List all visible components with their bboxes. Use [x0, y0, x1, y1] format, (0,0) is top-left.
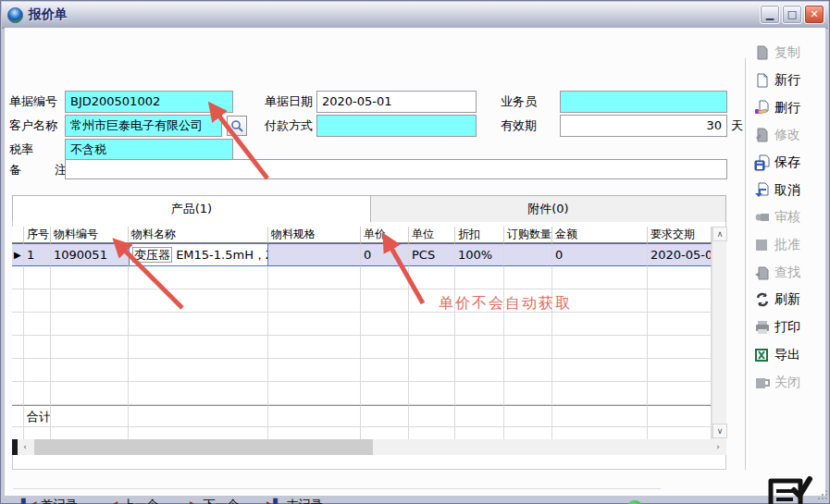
find-label: 查找 [774, 264, 800, 281]
col-due: 要求交期 [648, 227, 712, 243]
export-button[interactable]: 导出 [754, 344, 828, 366]
grid-cell [648, 427, 712, 439]
grid-cell [648, 405, 712, 427]
row-indicator: ▶ [12, 243, 24, 266]
find-button[interactable]: 查找 [754, 262, 828, 284]
close-form-button[interactable]: 关闭 [754, 372, 828, 394]
cell-amount[interactable]: 0 [552, 243, 648, 266]
customer-search-button[interactable] [227, 116, 247, 136]
grid-cell [648, 313, 712, 336]
grid-cell [12, 382, 24, 405]
grid-cell [504, 313, 552, 336]
export-excel-icon [754, 347, 771, 363]
cell-name-editor[interactable]: 变压器 EM15-1.5mH，ZB-H [129, 243, 268, 266]
save-button[interactable]: 保存 [754, 152, 828, 174]
cell-code[interactable]: 1090051 [51, 243, 129, 266]
grid-cell [409, 405, 455, 427]
scroll-right-button[interactable]: › [711, 439, 725, 454]
delete-row-button[interactable]: 删行 [754, 97, 828, 119]
nav-next-button[interactable]: ▶ 下一个 [190, 496, 239, 504]
grid-cell [268, 313, 361, 336]
grid-cell [455, 405, 504, 427]
resize-grip[interactable] [816, 490, 827, 501]
col-indicator [12, 227, 24, 243]
new-row-label: 新行 [774, 72, 800, 89]
cell-discount[interactable]: 100% [455, 243, 504, 266]
new-row-button[interactable]: 新行 [754, 69, 828, 92]
close-button[interactable]: ✕ [804, 5, 824, 24]
doc-no-field[interactable]: BJD200501002 [65, 91, 233, 113]
cell-price[interactable]: 0 [361, 243, 409, 266]
audit-button[interactable]: 审核 [754, 206, 828, 228]
grid-empty-row [12, 427, 712, 439]
refresh-button[interactable]: 刷新 [754, 289, 828, 311]
grid-cell [455, 359, 504, 382]
save-label: 保存 [774, 154, 800, 171]
tab-products[interactable]: 产品(1) [12, 195, 371, 223]
validity-field[interactable]: 30 [560, 115, 727, 137]
quotation-window: 报价单 ▁ □ ✕ 单据编号 BJD200501002 单据日期 2020-05… [0, 0, 830, 504]
cancel-label: 取消 [774, 182, 800, 199]
grid-cell [51, 405, 129, 427]
grid-cell [51, 266, 129, 289]
salesman-field[interactable] [560, 91, 727, 113]
copy-label: 复制 [774, 44, 800, 61]
delete-row-label: 删行 [774, 100, 800, 117]
cell-qty[interactable] [504, 243, 552, 266]
customer-field[interactable]: 常州市巨泰电子有限公司 [65, 115, 222, 137]
grid-cell [51, 427, 129, 439]
doc-date-field[interactable]: 2020-05-01 [316, 91, 477, 113]
scroll-up-button[interactable]: ∧ [712, 227, 727, 241]
grid-cell [552, 405, 648, 427]
total-label: 合计 [24, 405, 51, 427]
tax-label: 税率 [9, 139, 33, 161]
grid-cell [409, 266, 455, 289]
col-name: 物料名称 [129, 227, 268, 243]
tab-attachments[interactable]: 附件(0) [371, 195, 726, 223]
horizontal-scrollbar[interactable]: ‹ › [12, 439, 726, 455]
prev-record-icon: ◀ [109, 498, 116, 504]
grid-cell [455, 382, 504, 405]
cell-due[interactable]: 2020-05-01 [648, 243, 712, 266]
copy-button[interactable]: 复制 [754, 42, 828, 64]
nav-prev-button[interactable]: ◀ 上一个 [109, 496, 158, 504]
grid-empty-row [12, 289, 712, 313]
grid-cell [51, 336, 129, 359]
scroll-down-button[interactable]: ∨ [712, 424, 727, 438]
window-title: 报价单 [29, 6, 68, 23]
modify-button[interactable]: 修改 [754, 124, 828, 146]
modify-label: 修改 [774, 127, 800, 143]
doc-date-label: 单据日期 [265, 91, 313, 113]
grid-cell [268, 336, 361, 359]
hscroll-thumb[interactable] [34, 439, 373, 455]
title-bar: 报价单 ▁ □ ✕ [2, 2, 828, 29]
print-label: 打印 [774, 319, 800, 336]
content-area: 单据编号 BJD200501002 单据日期 2020-05-01 业务员 客户… [5, 28, 825, 496]
minimize-button[interactable]: ▁ [760, 5, 780, 24]
remark-label: 备 注 [9, 160, 67, 180]
print-button[interactable]: 打印 [754, 316, 828, 338]
export-label: 导出 [774, 347, 800, 363]
remark-field[interactable] [65, 159, 727, 179]
grid-cell [361, 359, 409, 382]
table-row[interactable]: ▶ 1 1090051 变压器 EM15-1.5mH，ZB-H 0 PCS 10… [12, 243, 712, 266]
scroll-left-button[interactable]: ‹ [18, 439, 32, 454]
maximize-button[interactable]: □ [782, 5, 802, 24]
cell-seq[interactable]: 1 [24, 243, 51, 266]
find-icon [754, 264, 771, 281]
copy-icon [754, 44, 771, 61]
grid-total-row: 合计 [12, 405, 712, 427]
cell-unit[interactable]: PCS [409, 243, 455, 266]
approve-button[interactable]: 批准 [754, 234, 828, 256]
grid-cell [12, 289, 24, 313]
nav-last-label: 末记录 [286, 497, 322, 504]
payment-field[interactable] [316, 115, 477, 137]
tax-field[interactable]: 不含税 [65, 139, 233, 161]
nav-first-button[interactable]: ▌◀ 首记录 [21, 496, 77, 504]
cancel-button[interactable]: 取消 [754, 179, 828, 202]
nav-last-button[interactable]: ▶▌ 末记录 [266, 496, 322, 504]
cell-spec[interactable] [268, 243, 361, 266]
nav-prev-label: 上一个 [122, 497, 158, 504]
grid-empty-row [12, 382, 712, 405]
vertical-scrollbar[interactable]: ∧ ∨ [712, 227, 726, 439]
